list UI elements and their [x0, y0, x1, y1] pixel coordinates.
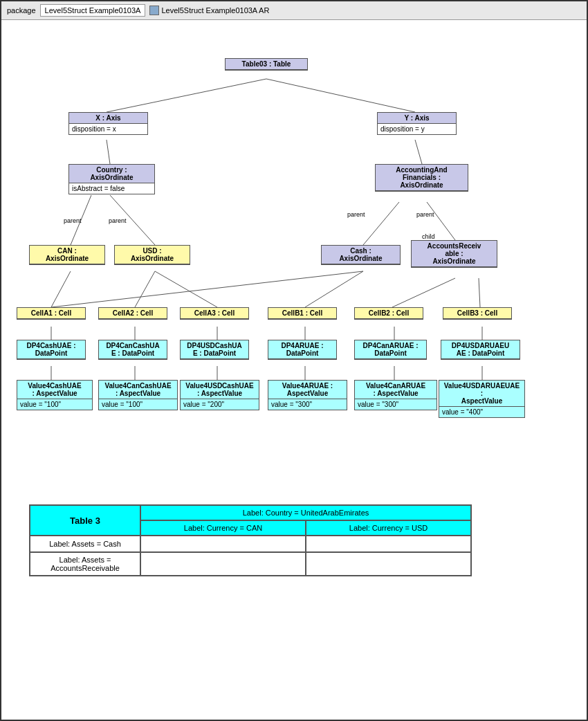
table-section: Table 3 Label: Country = UnitedArabEmira…: [29, 504, 559, 576]
tab2-icon: Level5Struct Example0103A AR: [149, 6, 269, 15]
cell-b3[interactable]: CellB3 : Cell: [443, 307, 512, 320]
svg-line-14: [479, 278, 480, 307]
can-node[interactable]: CAN :AxisOrdinate: [29, 245, 105, 265]
svg-line-6: [363, 202, 399, 245]
accounts-recv-node[interactable]: AccountsReceivable :AxisOrdinate: [411, 240, 497, 268]
parent-label-4: parent: [416, 211, 434, 218]
dp-ar-uae-title: DP4ARUAE :DataPoint: [268, 340, 336, 359]
av-cash-uae-body: value = "100": [17, 399, 92, 410]
dp-cash-uae[interactable]: DP4CashUAE :DataPoint: [17, 340, 86, 360]
av-can-ar-uae-title: Value4CanARUAE: AspectValue: [355, 381, 437, 399]
cell-b2[interactable]: CellB2 : Cell: [354, 307, 423, 320]
av-usd-ar-uae[interactable]: Value4USDARUAEUAE :AspectValue value = "…: [439, 380, 525, 418]
av-usd-cash-uae[interactable]: Value4USDCashUAE: AspectValue value = "2…: [180, 380, 259, 410]
country-header: Label: Country = UnitedArabEmirates: [243, 509, 369, 517]
svg-line-1: [266, 79, 415, 112]
av-cash-uae-title: Value4CashUAE: AspectValue: [17, 381, 92, 399]
cell-a2-title: CellA2 : Cell: [99, 308, 167, 319]
accounting-node[interactable]: AccountingAndFinancials :AxisOrdinate: [375, 164, 468, 192]
struct-table: Table 3 Label: Country = UnitedArabEmira…: [29, 504, 472, 576]
row2-data-can: [140, 552, 306, 576]
page: package Level5Struct Example0103A Level5…: [0, 0, 588, 721]
svg-line-8: [51, 271, 71, 307]
row1-data-usd: [306, 536, 471, 552]
svg-line-10: [155, 271, 217, 307]
parent-label-3: parent: [347, 211, 365, 218]
currency-usd-header: Label: Currency = USD: [306, 520, 471, 536]
table-title-cell: Table 3: [30, 505, 140, 536]
x-axis-node[interactable]: X : Axis disposition = x: [68, 112, 148, 135]
table03-title: Table03 : Table: [226, 59, 307, 70]
diagram-area: Table03 : Table X : Axis disposition = x…: [1, 20, 587, 491]
cell-a1[interactable]: CellA1 : Cell: [17, 307, 86, 320]
row1-label-cell: Label: Assets = Cash: [30, 536, 140, 552]
row1-label: Label: Assets = Cash: [49, 540, 121, 548]
child-label-4: child: [422, 233, 435, 240]
dp-can-cash-uae[interactable]: DP4CanCashUAE : DataPoint: [98, 340, 167, 360]
row2-label-cell: Label: Assets = AccountsReceivable: [30, 552, 140, 576]
usd-node[interactable]: USD :AxisOrdinate: [114, 245, 190, 265]
can-title: CAN :AxisOrdinate: [30, 246, 104, 264]
svg-line-2: [107, 140, 110, 164]
dp-usd-ar-uae-title: DP4USDARUAEUAE : DataPoint: [441, 340, 520, 359]
av-can-ar-uae[interactable]: Value4CanARUAE: AspectValue value = "300…: [354, 380, 437, 410]
av-ar-uae[interactable]: Value4ARUAE :AspectValue value = "300": [268, 380, 347, 410]
accounting-title: AccountingAndFinancials :AxisOrdinate: [376, 165, 468, 191]
cell-b1-title: CellB1 : Cell: [268, 308, 336, 319]
currency-usd-label: Label: Currency = USD: [349, 524, 428, 532]
svg-line-11: [51, 271, 363, 307]
dp-can-cash-uae-title: DP4CanCashUAE : DataPoint: [99, 340, 167, 359]
svg-line-0: [107, 79, 266, 112]
av-usd-ar-uae-title: Value4USDARUAEUAE :AspectValue: [439, 381, 524, 407]
currency-can-header: Label: Currency = CAN: [140, 520, 306, 536]
accounts-recv-title: AccountsReceivable :AxisOrdinate: [412, 241, 497, 267]
parent-label-2: parent: [109, 217, 127, 224]
av-usd-cash-uae-title: Value4USDCashUAE: AspectValue: [181, 381, 259, 399]
dp-ar-uae[interactable]: DP4ARUAE :DataPoint: [268, 340, 337, 360]
dp-can-ar-uae[interactable]: DP4CanARUAE :DataPoint: [354, 340, 427, 360]
av-can-cash-uae[interactable]: Value4CanCashUAE: AspectValue value = "1…: [98, 380, 178, 410]
dp-cash-uae-title: DP4CashUAE :DataPoint: [17, 340, 85, 359]
av-can-cash-uae-body: value = "100": [99, 399, 177, 410]
cell-a1-title: CellA1 : Cell: [17, 308, 85, 319]
cell-b3-title: CellB3 : Cell: [443, 308, 511, 319]
parent-label-1: parent: [64, 217, 82, 224]
av-usd-ar-uae-body: value = "400": [439, 407, 524, 417]
country-title: Country :AxisOrdinate: [69, 165, 154, 183]
cell-a3[interactable]: CellA3 : Cell: [180, 307, 249, 320]
dp-can-ar-uae-title: DP4CanARUAE :DataPoint: [355, 340, 426, 359]
country-body: isAbstract = false: [69, 183, 154, 194]
currency-can-label: Label: Currency = CAN: [184, 524, 262, 532]
usd-title: USD :AxisOrdinate: [115, 246, 190, 264]
av-ar-uae-body: value = "300": [268, 399, 347, 410]
cell-b2-title: CellB2 : Cell: [355, 308, 423, 319]
cash-node[interactable]: Cash :AxisOrdinate: [321, 245, 401, 265]
svg-line-13: [392, 278, 455, 307]
header-text: package: [7, 6, 36, 15]
tab1-label[interactable]: Level5Struct Example0103A: [40, 4, 146, 17]
row2-data-usd: [306, 552, 471, 576]
svg-line-3: [415, 140, 422, 164]
y-axis-body: disposition = y: [378, 124, 456, 134]
svg-line-12: [305, 271, 363, 307]
country-header-cell: Label: Country = UnitedArabEmirates: [140, 505, 471, 520]
svg-line-9: [135, 271, 155, 307]
dp-usd-ar-uae[interactable]: DP4USDARUAEUAE : DataPoint: [441, 340, 520, 360]
av-can-ar-uae-body: value = "300": [355, 399, 437, 410]
y-axis-title: Y : Axis: [378, 113, 456, 124]
table03-node[interactable]: Table03 : Table: [225, 58, 308, 71]
av-can-cash-uae-title: Value4CanCashUAE: AspectValue: [99, 381, 177, 399]
row1-data-can: [140, 536, 306, 552]
x-axis-title: X : Axis: [69, 113, 147, 124]
y-axis-node[interactable]: Y : Axis disposition = y: [377, 112, 457, 135]
x-axis-body: disposition = x: [69, 124, 147, 134]
cell-a2[interactable]: CellA2 : Cell: [98, 307, 167, 320]
country-node[interactable]: Country :AxisOrdinate isAbstract = false: [68, 164, 155, 194]
av-cash-uae[interactable]: Value4CashUAE: AspectValue value = "100": [17, 380, 93, 410]
cell-b1[interactable]: CellB1 : Cell: [268, 307, 337, 320]
cash-title: Cash :AxisOrdinate: [322, 246, 400, 264]
dp-usd-cash-uae-title: DP4USDCashUAE : DataPoint: [181, 340, 248, 359]
tab2-label[interactable]: Level5Struct Example0103A AR: [161, 6, 269, 15]
header-bar: package Level5Struct Example0103A Level5…: [1, 1, 587, 20]
dp-usd-cash-uae[interactable]: DP4USDCashUAE : DataPoint: [180, 340, 249, 360]
